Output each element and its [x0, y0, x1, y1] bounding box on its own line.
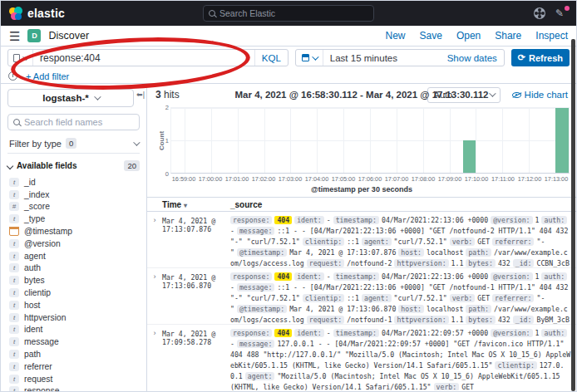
source-value: 432: [498, 316, 510, 324]
saved-query-icon: [13, 54, 20, 62]
field-search-input[interactable]: [24, 117, 134, 127]
appbar-action-inspect[interactable]: Inspect: [535, 30, 568, 42]
field-item-path[interactable]: tpath: [7, 348, 140, 360]
row-time: Mar 4, 2021 @ 17:13:07.876: [162, 215, 230, 265]
appbar-action-new[interactable]: New: [386, 30, 406, 42]
chevron-down-icon: [312, 53, 318, 60]
source-field-badge: bytes:: [466, 259, 496, 267]
x-tick-label: 17:12:00: [518, 175, 541, 183]
appbar-action-open[interactable]: Open: [456, 30, 481, 42]
source-field-badge: @timestamp:: [237, 305, 287, 313]
filter-by-type[interactable]: Filter by type 0: [7, 137, 140, 154]
x-tick-label: 17:08:00: [412, 175, 435, 183]
field-item-_id[interactable]: t_id: [7, 176, 140, 189]
field-name: clientip: [24, 288, 51, 297]
source-field-badge: @version:: [491, 272, 532, 281]
source-field-badge: agent:: [362, 238, 392, 246]
source-field-badge: ident:: [294, 216, 324, 224]
index-pattern-selector[interactable]: logstash-*: [7, 89, 134, 107]
field-item-clientip[interactable]: tclientip: [7, 287, 140, 299]
global-search-box[interactable]: [203, 5, 374, 22]
source-field-badge: clientip:: [303, 238, 344, 246]
field-item-message[interactable]: tmessage: [7, 336, 140, 348]
available-fields-header[interactable]: Available fields 20: [7, 160, 140, 171]
field-item-auth[interactable]: tauth: [7, 262, 140, 275]
available-fields-count-badge: 20: [124, 160, 140, 171]
row-time: Mar 4, 2021 @ 17:13:06.870: [162, 272, 230, 321]
x-tick-label: 17:05:00: [332, 175, 355, 183]
field-item-_type[interactable]: t_type: [7, 213, 140, 225]
appbar-action-save[interactable]: Save: [420, 30, 442, 42]
show-dates-link[interactable]: Show dates: [447, 53, 504, 63]
field-item-agent[interactable]: tagent: [7, 250, 140, 262]
expand-row-icon[interactable]: ›: [147, 215, 162, 265]
field-item-host[interactable]: thost: [7, 299, 140, 311]
histogram-bar-17:13:00[interactable]: [555, 108, 569, 173]
source-field-badge: message:: [237, 340, 274, 348]
string-field-icon: t: [9, 337, 19, 346]
table-rows: ›Mar 4, 2021 @ 17:13:07.876response:404i…: [147, 212, 576, 390]
time-range-value[interactable]: Last 15 minutes: [323, 53, 447, 63]
field-item-request[interactable]: trequest: [7, 373, 140, 385]
query-language-button[interactable]: KQL: [254, 50, 288, 66]
source-field-badge: host:: [398, 305, 424, 313]
source-field-badge: response:: [230, 272, 272, 281]
field-search-box[interactable]: [7, 114, 140, 130]
help-icon[interactable]: [534, 7, 545, 19]
saved-query-menu-button[interactable]: [8, 50, 33, 66]
collapse-sidebar-icon[interactable]: ⬅|: [136, 91, 145, 99]
field-item-_index[interactable]: t_index: [7, 189, 140, 201]
source-value: -: [230, 227, 234, 235]
field-item-@timestamp[interactable]: @timestamp: [7, 225, 140, 238]
brand-name: elastic: [27, 7, 65, 20]
add-filter-link[interactable]: + Add filter: [26, 71, 69, 81]
refresh-button[interactable]: ⟳ Refresh: [511, 49, 570, 66]
filter-history-icon[interactable]: [8, 71, 17, 81]
time-range-label: Mar 4, 2021 @ 16:58:30.112 - Mar 4, 2021…: [234, 90, 488, 100]
string-field-icon: t: [9, 301, 19, 310]
page-scrollbar[interactable]: [571, 39, 575, 391]
source-field-badge: ident:: [294, 329, 324, 337]
field-item-ident[interactable]: tident: [7, 324, 140, 336]
source-value: 1.1: [451, 316, 464, 324]
source-value: "Mozilla/5.0 (Macintosh; Intel Mac OS X …: [230, 372, 560, 390]
fields-sidebar: ⬅| logstash-* Filter by type 0 Available…: [1, 84, 147, 392]
hide-chart-link[interactable]: Hide chart: [512, 90, 568, 100]
field-item-bytes[interactable]: tbytes: [7, 274, 140, 287]
appbar-action-share[interactable]: Share: [495, 30, 521, 42]
table-header: Time ▾ _source: [147, 198, 576, 212]
elastic-logo[interactable]: elastic: [9, 7, 65, 20]
x-tick-label: 17:00:00: [199, 175, 222, 183]
field-name: request: [24, 375, 52, 384]
x-tick-label: 17:06:00: [358, 175, 382, 183]
query-input[interactable]: [33, 52, 254, 64]
chart-plot-area[interactable]: [170, 107, 570, 174]
field-item-httpversion[interactable]: thttpversion: [7, 311, 140, 324]
quick-select-button[interactable]: [296, 50, 323, 66]
time-column-header[interactable]: Time ▾: [147, 200, 230, 209]
field-item-_score[interactable]: #_score: [7, 201, 140, 213]
elastic-logo-icon: [9, 7, 22, 20]
source-field-badge: _id:: [513, 259, 535, 267]
x-tick-label: 17:02:00: [252, 175, 275, 183]
global-search-input[interactable]: [219, 8, 368, 18]
histogram-bar-17:09:30[interactable]: [463, 140, 476, 173]
field-name: auth: [24, 263, 41, 272]
search-icon: [209, 10, 215, 17]
query-input-box[interactable]: KQL: [7, 49, 288, 66]
appbar-actions: NewSaveOpenShareInspect: [386, 30, 568, 42]
source-value: /notfound-1: [347, 316, 392, 324]
source-value: GET: [461, 383, 474, 390]
x-tick-label: 17:10:00: [465, 175, 488, 183]
source-value: localhost: [427, 248, 463, 257]
source-field-badge: request:: [307, 259, 344, 267]
menu-icon[interactable]: ☰: [9, 30, 20, 42]
expand-row-icon[interactable]: ›: [147, 272, 162, 321]
expand-row-icon[interactable]: ›: [147, 328, 162, 388]
field-item-response[interactable]: tresponse: [7, 385, 140, 392]
source-value: -: [230, 340, 234, 348]
user-avatar[interactable]: ✎: [555, 7, 568, 20]
field-item-referrer[interactable]: treferrer: [7, 360, 140, 373]
page-title: Discover: [48, 30, 89, 42]
field-item-@version[interactable]: t@version: [7, 238, 140, 250]
